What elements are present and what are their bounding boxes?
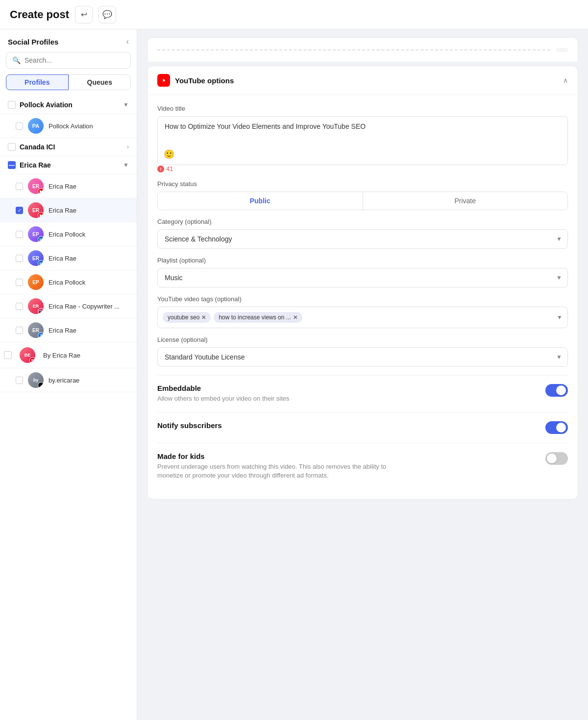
dotted-bar [157, 49, 550, 50]
group-name-erica-rae: Erica Rae [20, 161, 119, 169]
privacy-field: Privacy status Public Private [157, 180, 568, 210]
playlist-select-wrapper: Music Videos Tutorials ▼ [157, 268, 568, 288]
profile-name: Erica Rae [49, 183, 129, 190]
profile-checkbox[interactable] [16, 122, 23, 130]
playlist-field: Playlist (optional) Music Videos Tutoria… [157, 257, 568, 288]
tag-text: how to increase views on ... [219, 314, 291, 321]
platform-badge: in [38, 236, 44, 242]
embeddable-text: Embeddable Allow others to embed your vi… [157, 384, 290, 403]
profile-checkbox[interactable] [16, 255, 23, 262]
chat-button[interactable]: 💬 [98, 6, 116, 24]
group-checkbox-pollock-aviation[interactable] [8, 101, 16, 109]
video-title-input[interactable]: How to Optimize Your Video Elements and … [158, 117, 567, 144]
yt-card-header: YouTube options ∧ [147, 66, 578, 95]
avatar: BE P [20, 347, 35, 363]
list-item[interactable]: PA Pollock Aviation [0, 114, 137, 138]
profile-checkbox[interactable] [16, 207, 23, 214]
profile-name: Erica Rae [49, 255, 129, 262]
embeddable-toggle[interactable] [545, 384, 568, 397]
list-item[interactable]: ER 📷 Erica Rae - Copywriter ... [0, 294, 137, 318]
profile-checkbox[interactable] [16, 279, 23, 286]
category-field: Category (optional) Science & Technology… [157, 218, 568, 249]
group-checkbox-by-erica-rae[interactable] [4, 351, 12, 359]
kids-text: Made for kids Prevent underage users fro… [157, 452, 392, 480]
group-header-pollock-aviation[interactable]: Pollock Aviation ▼ [0, 96, 137, 114]
group-header-erica-rae[interactable]: — Erica Rae ▼ [0, 156, 137, 174]
youtube-icon [157, 74, 170, 87]
tab-profiles[interactable]: Profiles [6, 74, 69, 90]
profile-name: Pollock Aviation [49, 122, 129, 130]
list-item[interactable]: EP Erica Pollock [0, 270, 137, 294]
tag-remove-button[interactable]: ✕ [201, 314, 206, 321]
group-checkbox-erica-rae[interactable]: — [8, 161, 16, 169]
char-count-value: 41 [166, 165, 173, 172]
video-title-field: Video title How to Optimize Your Video E… [157, 105, 568, 172]
chevron-down-icon: ▼ [557, 314, 563, 321]
profile-name: Erica Pollock [49, 279, 129, 286]
tab-queues[interactable]: Queues [69, 74, 131, 90]
collapse-icon[interactable]: ‹ [126, 37, 129, 46]
youtube-options-card: YouTube options ∧ Video title How to Opt… [147, 66, 578, 500]
playlist-label: Playlist (optional) [157, 257, 568, 264]
playlist-select[interactable]: Music Videos Tutorials [157, 268, 568, 288]
undo-button[interactable]: ↩ [75, 6, 93, 24]
search-icon: 🔍 [12, 56, 21, 64]
profile-checkbox[interactable] [16, 303, 23, 310]
platform-badge: ▶ [38, 188, 44, 194]
video-title-wrapper: How to Optimize Your Video Elements and … [157, 116, 568, 165]
list-item[interactable]: ER ▶ Erica Rae [0, 198, 137, 222]
privacy-private[interactable]: Private [363, 192, 568, 210]
sidebar-title: Social Profiles [8, 38, 58, 46]
avatar: EP in [28, 226, 44, 242]
yt-header-left: YouTube options [157, 74, 234, 87]
profile-checkbox[interactable] [16, 377, 23, 384]
kids-desc: Prevent underage users from watching thi… [157, 462, 392, 480]
tag-remove-button[interactable]: ✕ [293, 314, 297, 321]
list-item[interactable]: ER in Erica Rae [0, 246, 137, 270]
profile-name: Erica Rae [49, 207, 129, 214]
kids-toggle[interactable] [545, 452, 568, 465]
chevron-right-icon: › [127, 144, 129, 150]
group-canada-ici: Canada ICI › [0, 138, 137, 156]
collapse-icon[interactable]: ∧ [563, 76, 568, 84]
emoji-button[interactable]: 🙂 [158, 146, 567, 165]
yt-body: Video title How to Optimize Your Video E… [147, 95, 578, 499]
video-title-label: Video title [157, 105, 568, 112]
privacy-public[interactable]: Public [158, 192, 363, 210]
list-item[interactable]: ER ▶ Erica Rae [0, 174, 137, 198]
kids-row: Made for kids Prevent underage users fro… [157, 443, 568, 489]
search-input[interactable] [24, 56, 124, 64]
group-header-by-erica-rae[interactable]: BE P By Erica Rae [0, 342, 137, 368]
embeddable-row: Embeddable Allow others to embed your vi… [157, 375, 568, 412]
category-select-wrapper: Science & Technology Education Entertain… [157, 229, 568, 249]
avatar: ER in [28, 250, 44, 266]
avatar: PA [28, 118, 44, 134]
error-indicator: ! [157, 166, 164, 172]
platform-badge: ▶ [38, 212, 44, 218]
tags-field: YouTube video tags (optional) youtube se… [157, 295, 568, 328]
group-by-erica-rae: BE P By Erica Rae by ♪ by.ericarae [0, 342, 137, 392]
tags-input-area[interactable]: youtube seo ✕ how to increase views on .… [157, 307, 568, 328]
license-select[interactable]: Standard Youtube License Creative Common… [157, 347, 568, 367]
page-title: Create post [10, 8, 69, 21]
list-item[interactable]: ER f Erica Rae [0, 318, 137, 342]
tags-label: YouTube video tags (optional) [157, 295, 568, 303]
profile-checkbox[interactable] [16, 183, 23, 190]
tag-item: youtube seo ✕ [163, 312, 211, 323]
profile-checkbox[interactable] [16, 327, 23, 334]
privacy-toggle: Public Private [157, 192, 568, 210]
avatar: by ♪ [28, 372, 44, 388]
profile-checkbox[interactable] [16, 231, 23, 238]
group-pollock-aviation: Pollock Aviation ▼ PA Pollock Aviation [0, 96, 137, 138]
platform-badge: in [38, 260, 44, 266]
profile-name: by.ericarae [49, 377, 129, 384]
list-item[interactable]: EP in Erica Pollock [0, 222, 137, 246]
group-checkbox-canada-ici[interactable] [8, 143, 16, 151]
category-select[interactable]: Science & Technology Education Entertain… [157, 229, 568, 249]
group-header-canada-ici[interactable]: Canada ICI › [0, 138, 137, 156]
profile-name: Erica Rae [49, 327, 129, 334]
category-label: Category (optional) [157, 218, 568, 225]
notify-toggle[interactable] [545, 421, 568, 434]
list-item[interactable]: by ♪ by.ericarae [0, 368, 137, 392]
youtube-options-title: YouTube options [175, 76, 234, 85]
